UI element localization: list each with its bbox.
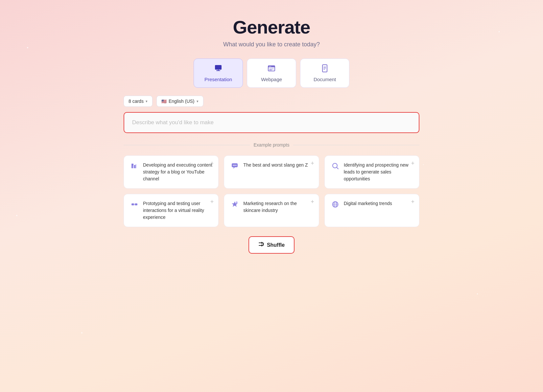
tab-webpage-label: Webpage xyxy=(261,77,282,82)
page-title: Generate xyxy=(233,16,310,38)
card-1-plus-icon: + xyxy=(210,160,214,166)
card-2-plus-icon: + xyxy=(311,160,314,166)
divider-left xyxy=(124,145,250,145)
prompt-card-6[interactable]: Digital marketing trends + xyxy=(324,194,419,227)
card-6-text: Digital marketing trends xyxy=(344,200,413,207)
cards-chevron-icon: ▾ xyxy=(146,99,148,104)
cards-dropdown[interactable]: 8 cards ▾ xyxy=(124,96,153,107)
svg-rect-15 xyxy=(133,166,134,168)
card-1-text: Developing and executing content strateg… xyxy=(143,162,212,182)
card-5-icon xyxy=(230,201,239,210)
tab-row: Presentation Webpage xyxy=(194,58,349,88)
language-chevron-icon: ▾ xyxy=(197,99,199,104)
main-container: Generate What would you like to create t… xyxy=(124,16,419,254)
svg-point-26 xyxy=(236,201,238,203)
card-6-plus-icon: + xyxy=(411,199,414,205)
presentation-icon xyxy=(214,64,223,75)
webpage-icon xyxy=(267,64,276,75)
tab-presentation-label: Presentation xyxy=(204,77,232,82)
controls-row: 8 cards ▾ 🇺🇸 English (US) ▾ xyxy=(124,96,419,107)
language-value: English (US) xyxy=(169,99,195,104)
tab-webpage[interactable]: Webpage xyxy=(247,58,296,88)
svg-rect-10 xyxy=(323,67,326,67)
svg-rect-25 xyxy=(134,204,135,205)
document-icon xyxy=(320,64,329,75)
prompts-label: Example prompts xyxy=(254,142,290,148)
prompt-card-4[interactable]: Prototyping and testing user interaction… xyxy=(124,194,219,227)
svg-rect-11 xyxy=(323,68,326,69)
card-1-icon xyxy=(130,162,139,171)
svg-line-22 xyxy=(337,167,338,169)
page-subtitle: What would you like to create today? xyxy=(223,41,320,48)
card-2-text: The best and worst slang gen Z xyxy=(243,162,313,169)
cards-value: 8 cards xyxy=(129,99,144,104)
card-3-icon xyxy=(331,162,340,171)
svg-rect-8 xyxy=(269,70,272,70)
card-5-text: Marketing research on the skincare indus… xyxy=(243,200,313,214)
prompt-card-3[interactable]: Identifying and prospecting new leads to… xyxy=(324,155,419,189)
svg-rect-0 xyxy=(215,65,222,70)
prompt-cards-grid: Developing and executing content strateg… xyxy=(124,155,419,227)
language-flag: 🇺🇸 xyxy=(161,99,167,104)
card-2-icon xyxy=(230,162,239,171)
svg-point-5 xyxy=(269,66,270,67)
shuffle-icon xyxy=(258,241,264,249)
card-4-icon xyxy=(130,201,139,210)
card-5-plus-icon: + xyxy=(311,199,314,205)
prompt-card-1[interactable]: Developing and executing content strateg… xyxy=(124,155,219,189)
card-3-plus-icon: + xyxy=(411,160,414,166)
tab-document[interactable]: Document xyxy=(300,58,349,88)
card-4-plus-icon: + xyxy=(210,199,214,205)
svg-point-6 xyxy=(271,66,271,67)
svg-point-19 xyxy=(234,165,235,166)
tab-presentation[interactable]: Presentation xyxy=(194,58,243,88)
svg-rect-24 xyxy=(135,203,137,205)
divider-row: Example prompts xyxy=(124,142,419,148)
svg-rect-23 xyxy=(131,203,134,205)
svg-rect-12 xyxy=(323,69,325,70)
card-6-icon xyxy=(331,201,340,210)
tab-document-label: Document xyxy=(314,77,336,82)
card-4-text: Prototyping and testing user interaction… xyxy=(143,200,212,221)
prompt-input[interactable] xyxy=(124,112,419,133)
svg-rect-2 xyxy=(218,70,219,71)
svg-point-20 xyxy=(236,165,237,166)
prompt-card-2[interactable]: The best and worst slang gen Z + xyxy=(224,155,319,189)
svg-rect-16 xyxy=(135,164,136,168)
svg-rect-7 xyxy=(269,69,274,69)
prompt-card-5[interactable]: Marketing research on the skincare indus… xyxy=(224,194,319,227)
svg-point-18 xyxy=(233,165,234,166)
language-dropdown[interactable]: 🇺🇸 English (US) ▾ xyxy=(156,96,203,107)
card-3-text: Identifying and prospecting new leads to… xyxy=(344,162,413,182)
shuffle-label: Shuffle xyxy=(267,242,285,248)
shuffle-button[interactable]: Shuffle xyxy=(248,236,295,254)
divider-right xyxy=(293,145,419,145)
